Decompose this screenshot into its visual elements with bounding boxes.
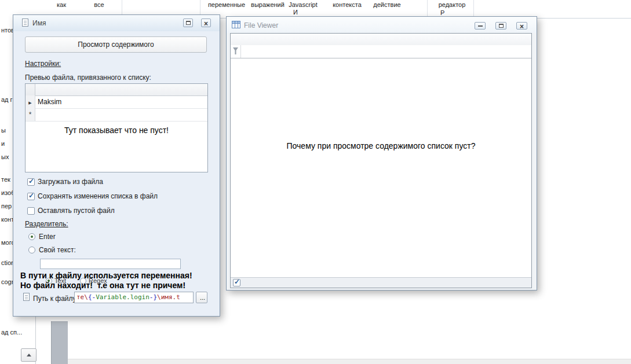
restore-icon [186, 21, 191, 25]
status-bar [68, 359, 631, 364]
ribbon-caption-fragment: И [293, 9, 298, 16]
separator-heading: Разделитель: [25, 220, 68, 228]
minimize-button[interactable] [475, 22, 486, 30]
ribbon-separator [427, 0, 428, 17]
panel-item[interactable]: и [1, 140, 5, 147]
ribbon-item-javascript[interactable]: Javascript [289, 1, 318, 8]
minimize-icon [478, 25, 483, 27]
ribbon-item-expressions[interactable]: выражений [251, 1, 285, 8]
restore-button[interactable] [183, 19, 193, 27]
window-icon [232, 21, 240, 28]
title-bar[interactable]: File Viewer [227, 17, 537, 33]
settings-heading: Настройки: [25, 60, 61, 68]
grid-footer [231, 277, 531, 288]
restore-button[interactable] [495, 22, 506, 30]
load-from-file-checkbox[interactable] [27, 178, 35, 186]
enter-radio-label: Enter [39, 233, 56, 241]
grid-row[interactable]: Maksim [25, 95, 207, 109]
grid-column-header[interactable] [231, 34, 531, 46]
panel-item[interactable]: ад сп... [1, 329, 22, 336]
keep-empty-file-checkbox[interactable] [27, 207, 35, 215]
panel-item[interactable]: тек [1, 176, 10, 183]
browse-button[interactable]: ... [196, 292, 207, 303]
file-viewer-dialog: File Viewer Почему при просмотре содержи… [226, 16, 537, 291]
row-indicator-cell [231, 45, 241, 58]
window-title: Имя [32, 19, 46, 27]
row-arrow-icon [28, 98, 31, 106]
save-changes-label: Сохранять изменения списка в файл [38, 192, 158, 200]
custom-text-radio[interactable] [28, 247, 35, 253]
file-path-text[interactable]: те\{-Variable.login-}\имя.t [74, 292, 194, 303]
panel-item[interactable]: ад г [1, 96, 13, 103]
file-grid: Почему при просмотре содержимого список … [230, 33, 532, 288]
grid-cell[interactable] [35, 108, 207, 121]
variable-note-line2: Но файл находит! т.е она тут не причем! [20, 281, 185, 290]
filter-icon [233, 47, 238, 54]
ribbon-item-context[interactable]: контекста [333, 1, 362, 8]
ribbon-item-editor[interactable]: редактор [439, 1, 466, 8]
ribbon-separator [473, 0, 474, 17]
title-bar[interactable]: Имя [13, 15, 220, 31]
preview-label: Превью файла, привязанного к списку: [25, 73, 151, 82]
ribbon-item-vse[interactable]: все [94, 1, 104, 8]
file-path-label: Путь к файлу [33, 295, 76, 303]
gray-panel-strip [51, 321, 68, 364]
ribbon-item-kak[interactable]: как [57, 1, 66, 8]
close-button[interactable] [516, 22, 527, 30]
grid-column-header[interactable] [25, 84, 207, 96]
restore-icon [499, 24, 504, 28]
grid-cell[interactable]: Maksim [35, 95, 207, 108]
footer-checkbox[interactable] [233, 279, 240, 286]
enter-radio[interactable] [28, 233, 35, 240]
ribbon-item-variables[interactable]: переменные [208, 1, 245, 8]
panel-item[interactable]: ы [1, 127, 6, 134]
grid-corner-cell [25, 84, 35, 95]
empty-list-annotation: Почему при просмотре содержимого список … [231, 141, 531, 150]
custom-text-radio-label: Свой текст: [39, 246, 76, 254]
view-content-button[interactable]: Просмотр содержимого [25, 36, 207, 53]
file-icon [23, 293, 30, 301]
new-row-indicator: * [25, 108, 35, 121]
save-changes-checkbox[interactable] [27, 193, 35, 200]
ribbon-item-action[interactable]: действие [373, 1, 400, 8]
window-icon [22, 19, 28, 27]
variable-note-line1: В пути к файлу используется переменная! [20, 271, 192, 280]
close-button[interactable] [201, 19, 211, 27]
name-dialog: Имя Просмотр содержимого Настройки: Прев… [13, 14, 220, 317]
custom-separator-input[interactable] [40, 259, 181, 269]
chevron-up-icon [27, 354, 31, 356]
scroll-up-button[interactable] [21, 348, 37, 362]
load-from-file-label: Загружать из файла [38, 178, 103, 186]
panel-item[interactable]: ых [1, 153, 9, 160]
panel-item[interactable]: пер [1, 203, 12, 209]
preview-grid: Maksim * Тут показывает что не пуст! [25, 83, 208, 172]
ribbon-caption-fragment: Р [440, 9, 444, 16]
desktop: как все переменные выражений Javascript … [0, 0, 631, 364]
keep-empty-file-label: Оставлять пустой файл [38, 207, 115, 215]
grid-new-row[interactable]: * [25, 108, 207, 122]
close-icon [520, 21, 524, 31]
close-icon [204, 18, 208, 28]
filter-row[interactable] [231, 45, 531, 58]
window-title: File Viewer [244, 21, 278, 30]
current-row-indicator [25, 95, 35, 108]
not-empty-annotation: Тут показывает что не пуст! [25, 126, 207, 135]
